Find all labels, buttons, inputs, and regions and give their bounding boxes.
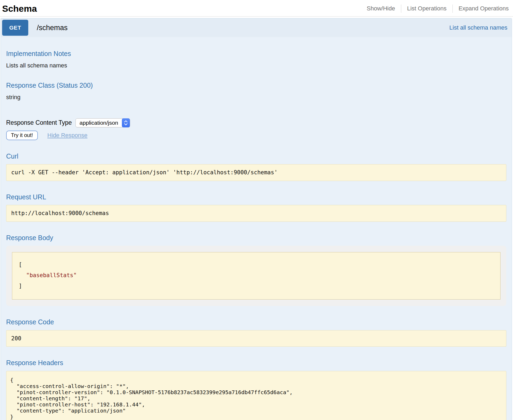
http-method-badge[interactable]: GET <box>2 20 28 36</box>
implementation-notes-heading: Implementation Notes <box>6 50 506 58</box>
implementation-notes-text: Lists all schema names <box>6 62 506 70</box>
nav-expand-operations[interactable]: Expand Operations <box>452 5 510 13</box>
hide-response-link[interactable]: Hide Response <box>47 132 87 139</box>
response-body-container: [ "baseballStats" ] <box>6 246 506 306</box>
endpoint-header-bar[interactable]: GET /schemas List all schema names <box>1 18 512 37</box>
operation-content-panel: Implementation Notes Lists all schema na… <box>1 37 512 420</box>
json-open-bracket: [ <box>19 259 494 270</box>
top-nav: Show/Hide List Operations Expand Operati… <box>361 5 510 13</box>
request-url-heading: Request URL <box>6 193 506 201</box>
json-string-value: "baseballStats" <box>19 270 494 281</box>
response-body-heading: Response Body <box>6 234 506 242</box>
page-title: Schema <box>2 4 37 14</box>
curl-heading: Curl <box>6 152 506 160</box>
operation-get-schemas: GET /schemas List all schema names Imple… <box>1 18 512 420</box>
request-url-box: http://localhost:9000/schemas <box>6 205 506 221</box>
content-type-select[interactable]: application/json <box>75 118 130 127</box>
endpoint-summary-link[interactable]: List all schema names <box>449 24 507 31</box>
response-class-text: string <box>6 94 506 101</box>
nav-show-hide[interactable]: Show/Hide <box>361 5 401 13</box>
content-type-selected-value: application/json <box>79 120 122 126</box>
response-class-heading: Response Class (Status 200) <box>6 82 506 89</box>
response-content-type-label: Response Content Type <box>6 119 72 126</box>
curl-command-box: curl -X GET --header 'Accept: applicatio… <box>6 164 506 181</box>
response-code-box: 200 <box>6 330 506 347</box>
response-headers-heading: Response Headers <box>6 359 506 367</box>
page-header: Schema Show/Hide List Operations Expand … <box>0 0 513 17</box>
try-it-out-row: Try it out! Hide Response <box>6 131 506 140</box>
nav-list-operations[interactable]: List Operations <box>401 5 452 13</box>
endpoint-path-link[interactable]: /schemas <box>37 24 68 32</box>
select-updown-chevron-icon <box>122 118 130 127</box>
try-it-out-button[interactable]: Try it out! <box>6 131 38 140</box>
response-body-json: [ "baseballStats" ] <box>12 252 500 300</box>
swagger-page: Schema Show/Hide List Operations Expand … <box>0 0 513 420</box>
response-content-type-row: Response Content Type application/json <box>6 118 506 127</box>
response-headers-box: { "access-control-allow-origin": "*", "p… <box>6 371 506 420</box>
response-code-heading: Response Code <box>6 318 506 326</box>
json-close-bracket: ] <box>19 281 494 291</box>
